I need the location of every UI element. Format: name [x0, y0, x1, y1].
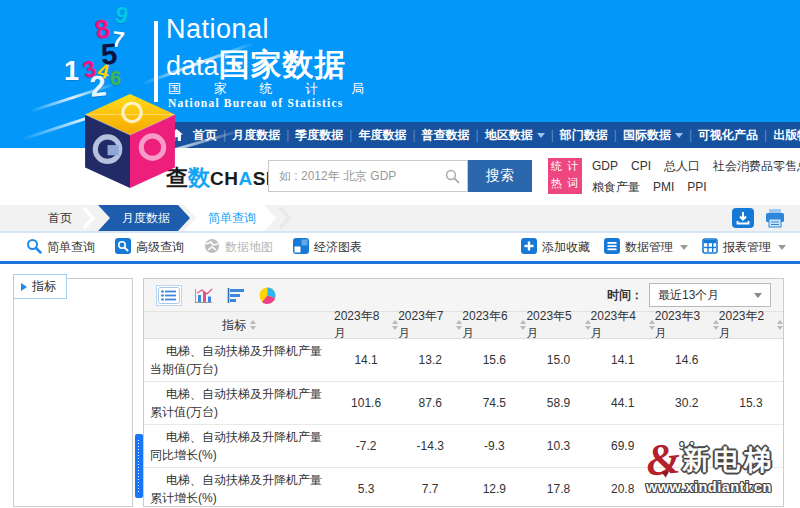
- nav-item-census-data[interactable]: 普查数据: [416, 127, 476, 144]
- site-title-en-line2: data: [166, 51, 219, 81]
- search-button[interactable]: 搜索: [468, 160, 532, 192]
- table-cell: 12.9: [462, 468, 526, 508]
- nav-item-quarterly-data[interactable]: 季度数据: [289, 127, 349, 144]
- chashu-logo-char: 查: [166, 165, 188, 190]
- splitter-handle[interactable]: [135, 434, 143, 498]
- tab-monthly-data[interactable]: 月度数据: [98, 205, 190, 231]
- view-switcher: [156, 285, 278, 306]
- advanced-query-button[interactable]: 高级查询: [115, 238, 184, 257]
- bureau-name-cn: 国家统计局: [168, 80, 364, 98]
- hot-word[interactable]: GDP: [592, 156, 618, 177]
- site-title-en-line1: National: [166, 14, 269, 45]
- indicator-name: 电梯、自动扶梯及升降机产量: [150, 342, 334, 360]
- hot-word[interactable]: 社会消费品零售总额: [713, 156, 800, 177]
- indicator-subname: 累计值(万台): [150, 403, 334, 421]
- table-cell: 20.8: [591, 468, 655, 508]
- advanced-query-label: 高级查询: [136, 239, 184, 256]
- download-button[interactable]: [732, 208, 754, 228]
- table-cell: 44.1: [591, 382, 655, 424]
- column-header[interactable]: 2023年2月: [719, 308, 783, 342]
- query-toolbar: 简单查询高级查询数据地图经济图表 添加收藏数据管理报表管理: [0, 233, 800, 261]
- column-header-label: 指标: [222, 317, 246, 334]
- column-header[interactable]: 指标: [144, 317, 334, 334]
- hot-word[interactable]: PMI: [653, 177, 674, 198]
- hot-word[interactable]: CPI: [631, 156, 651, 177]
- nav-item-publications[interactable]: 出版物: [767, 127, 800, 144]
- table-row: 电梯、自动扶梯及升降机产量当期值(万台)14.113.215.615.014.1…: [144, 339, 783, 382]
- main-nav: 首页|月度数据|季度数据|年度数据|普查数据|地区数据|部门数据|国际数据|可视…: [160, 122, 800, 148]
- magnifier-icon: [26, 238, 42, 257]
- time-label: 时间：: [607, 287, 643, 304]
- view-mode-pie-chart-icon[interactable]: [257, 285, 278, 306]
- nav-item-annual-data[interactable]: 年度数据: [352, 127, 412, 144]
- indicator-name: 电梯、自动扶梯及升降机产量: [150, 428, 334, 446]
- chevron-down-icon: [778, 245, 786, 250]
- plus-icon: [521, 238, 537, 257]
- view-mode-list-icon[interactable]: [156, 285, 182, 306]
- indicator-cell: 电梯、自动扶梯及升降机产量累计增长(%): [144, 468, 334, 508]
- breadcrumb-tabs: 首页月度数据简单查询: [0, 205, 800, 233]
- data-management-button[interactable]: 数据管理: [604, 238, 688, 257]
- hot-word[interactable]: 总人口: [664, 156, 700, 177]
- table-row: 电梯、自动扶梯及升降机产量同比增长(%)-7.2-14.3-9.310.369.…: [144, 425, 783, 468]
- simple-query-button[interactable]: 简单查询: [26, 238, 95, 257]
- column-header[interactable]: 2023年4月: [591, 308, 655, 342]
- table-body: 电梯、自动扶梯及升降机产量当期值(万台)14.113.215.615.014.1…: [144, 339, 783, 508]
- print-button[interactable]: [764, 208, 786, 228]
- add-favorite-button[interactable]: 添加收藏: [521, 238, 590, 257]
- table-cell: 14.6: [655, 339, 719, 381]
- search-input[interactable]: [269, 161, 467, 191]
- table-cell: 13.2: [398, 339, 462, 381]
- hot-word[interactable]: PPI: [687, 177, 706, 198]
- indicator-cell: 电梯、自动扶梯及升降机产量当期值(万台): [144, 339, 334, 381]
- column-header[interactable]: 2023年6月: [462, 308, 526, 342]
- hot-words-badge: 统 计 热 词: [548, 158, 582, 194]
- table-cell: 10.3: [526, 425, 590, 467]
- data-map-button[interactable]: 数据地图: [204, 238, 273, 257]
- column-header[interactable]: 2023年7月: [398, 308, 462, 342]
- view-mode-bar-chart-icon[interactable]: [224, 285, 248, 306]
- bureau-name-en: National Bureau of Statistics: [168, 97, 343, 109]
- map-icon: [204, 238, 220, 257]
- tab-simple-query[interactable]: 简单查询: [184, 205, 276, 231]
- chevron-right-icon: [21, 283, 27, 291]
- report-management-button[interactable]: 报表管理: [702, 238, 786, 257]
- nav-item-visualization-products[interactable]: 可视化产品: [692, 127, 764, 144]
- nav-item-department-data[interactable]: 部门数据: [554, 127, 614, 144]
- hot-badge-line1: 统 计: [548, 158, 582, 175]
- column-header[interactable]: 2023年8月: [334, 308, 398, 342]
- title-divider: [154, 21, 158, 102]
- column-header[interactable]: 2023年5月: [526, 308, 590, 342]
- nav-item-home[interactable]: 首页: [187, 127, 223, 144]
- chashu-logo-char: A: [238, 168, 252, 189]
- column-header-label: 2023年6月: [462, 308, 516, 342]
- indicator-toggle-button[interactable]: 指标: [13, 274, 67, 299]
- chevron-separator: [278, 205, 292, 231]
- view-mode-column-chart-icon[interactable]: [191, 285, 215, 306]
- table-cell: 14.1: [334, 339, 398, 381]
- nav-item-monthly-data[interactable]: 月度数据: [226, 127, 286, 144]
- hot-word[interactable]: 粮食产量: [592, 177, 640, 198]
- nav-item-international-data[interactable]: 国际数据: [617, 127, 689, 144]
- column-header-label: 2023年8月: [334, 308, 388, 342]
- sort-icon: [250, 320, 256, 330]
- economic-charts-button[interactable]: 经济图表: [293, 238, 362, 257]
- indicator-toggle-label: 指标: [32, 278, 56, 295]
- table-cell: -9.3: [462, 425, 526, 467]
- content: 指标 时间： 最近13个月 指标2023年8月2023年7月2023年6月202…: [0, 264, 800, 508]
- search-section: 查数CHASHU 搜索 统 计 热 词 GDPCPI总人口社会消费品零售总额 粮…: [0, 148, 800, 205]
- column-header[interactable]: 2023年3月: [655, 308, 719, 342]
- time-range-select[interactable]: 最近13个月: [649, 283, 771, 307]
- banner-left-extension: [0, 122, 160, 148]
- magnifier-box-icon: [115, 238, 131, 257]
- table-cell: 17.8: [526, 468, 590, 508]
- indicator-cell: 电梯、自动扶梯及升降机产量同比增长(%): [144, 425, 334, 467]
- tab-home[interactable]: 首页: [48, 210, 72, 227]
- table-cell: 69.9: [591, 425, 655, 467]
- national-data-page: National data国家数据 国家统计局 National Bureau …: [0, 0, 800, 508]
- table-row: 电梯、自动扶梯及升降机产量累计增长(%)5.37.712.917.820.87: [144, 468, 783, 508]
- table-cell: 30.2: [655, 382, 719, 424]
- table-cell: [719, 425, 783, 467]
- table-cell: -7.2: [334, 425, 398, 467]
- nav-item-regional-data[interactable]: 地区数据: [479, 127, 551, 144]
